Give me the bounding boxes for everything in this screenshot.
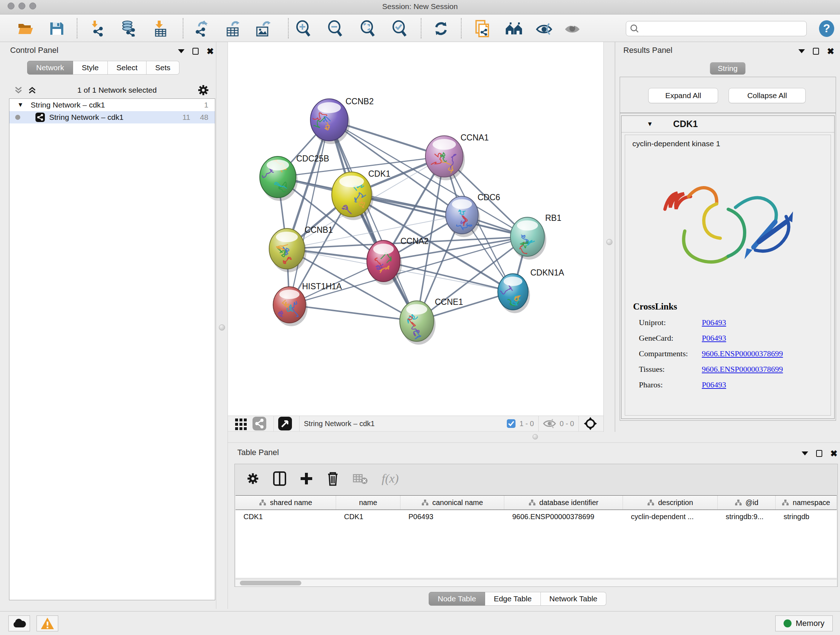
save-session-button[interactable] [47,19,66,38]
scrollbar-thumb[interactable] [240,581,302,585]
tab-select[interactable]: Select [108,61,147,74]
export-network-button[interactable] [191,19,210,38]
table-settings-gear-icon[interactable] [246,472,259,485]
splitter-handle[interactable] [606,239,613,245]
fit-content-crosshair-icon[interactable] [583,416,598,431]
refresh-button[interactable] [431,19,451,38]
zoom-fit-button[interactable] [358,19,378,38]
collapse-triangle-icon[interactable]: ▼ [17,101,24,109]
tab-string[interactable]: String [710,62,745,74]
network-node-RB1[interactable]: RB1 [510,213,561,260]
network-edge[interactable] [289,305,417,321]
float-panel-icon[interactable] [802,451,808,455]
network-edge[interactable] [329,120,417,321]
network-collection-row[interactable]: ▼ String Network – cdk1 1 [9,99,215,111]
warnings-button[interactable] [36,616,58,631]
hide-selected-button[interactable] [535,19,554,38]
table-cell[interactable]: CDK1 [336,510,401,524]
close-panel-icon[interactable]: ✖ [827,48,834,55]
table-horizontal-scrollbar[interactable] [235,579,837,586]
horizontal-splitter[interactable] [228,432,840,442]
collapse-all-button[interactable]: Collapse All [729,88,806,103]
zoom-out-button[interactable] [325,19,345,38]
left-splitter[interactable] [216,42,228,609]
birds-eye-view-icon[interactable] [234,417,248,430]
show-all-button[interactable] [563,19,583,38]
network-node-HIST1H1A[interactable]: HIST1H1A [273,282,342,326]
float-panel-icon[interactable] [178,49,185,53]
zoom-in-button[interactable] [294,19,313,38]
maximize-panel-icon[interactable] [193,48,199,55]
table-cell[interactable]: P06493 [401,510,504,524]
network-node-CCNE1[interactable]: CCNE1 [400,297,463,345]
network-node-CCNB1[interactable]: CCNB1 [269,225,333,272]
column-header-canonical-name[interactable]: canonical name [401,496,504,509]
network-badge-icon[interactable] [253,417,266,431]
export-image-button[interactable] [253,19,273,38]
network-edge[interactable] [384,261,513,292]
import-network-button[interactable] [88,19,107,38]
open-in-window-icon[interactable] [278,417,292,431]
column-header-name[interactable]: name [336,496,401,509]
show-columns-icon[interactable] [273,471,286,486]
zoom-selected-button[interactable] [390,19,409,38]
add-column-icon[interactable] [300,471,313,486]
export-table-button[interactable] [223,19,242,38]
help-button[interactable]: ? [817,19,836,38]
column-header-shared-name[interactable]: shared name [235,496,336,509]
table-row[interactable]: CDK1CDK1P064939606.ENSP00000378699cyclin… [235,510,837,524]
memory-button[interactable]: Memory [775,616,833,631]
open-session-button[interactable] [16,19,35,38]
import-network-from-database-button[interactable] [118,19,138,38]
network-node-CDC6[interactable]: CDC6 [446,193,500,237]
splitter-handle[interactable] [532,434,538,440]
splitter-handle[interactable] [219,325,225,331]
import-table-button[interactable] [150,19,170,38]
tab-network[interactable]: Network [27,61,73,74]
column-header-description[interactable]: description [623,496,718,509]
network-row[interactable]: String Network – cdk1 11 48 [9,111,215,124]
tab-style[interactable]: Style [73,61,108,74]
network-node-CDC25B[interactable]: CDC25B [260,154,329,201]
gear-icon[interactable] [197,84,210,96]
table-cell[interactable]: stringdb [775,510,837,524]
entry-header[interactable]: ▼ CDK1 [622,116,834,133]
network-node-CDKN1A[interactable]: CDKN1A [498,268,564,313]
column-header--id[interactable]: @id [718,496,775,509]
crosslink-link[interactable]: P06493 [702,380,726,390]
first-neighbors-button[interactable] [504,19,524,38]
table-cell[interactable]: cyclin-dependent ... [623,510,718,524]
maximize-panel-icon[interactable] [813,48,819,55]
tab-edge-table[interactable]: Edge Table [485,592,541,606]
network-edge[interactable] [352,195,527,237]
column-header-namespace[interactable]: namespace [775,496,837,509]
network-node-CCNB2[interactable]: CCNB2 [309,97,374,144]
selected-checkbox-icon[interactable] [507,419,516,428]
crosslink-link[interactable]: P06493 [702,318,726,327]
tab-network-table[interactable]: Network Table [541,592,607,606]
tab-node-table[interactable]: Node Table [429,592,485,606]
close-panel-icon[interactable]: ✖ [207,48,214,55]
expand-all-button[interactable]: Expand All [648,88,718,103]
network-node-CCNA1[interactable]: CCNA1 [425,133,489,180]
network-graph[interactable]: CCNB2CCNA1CDC25BCDK1CDC6RB1CCNB1CCNA2CDK… [228,42,603,416]
search-input[interactable] [639,25,798,33]
hidden-eye-icon[interactable] [543,418,556,429]
crosslink-link[interactable]: P06493 [702,333,726,343]
table-cell[interactable]: stringdb:9... [718,510,775,524]
float-panel-icon[interactable] [798,49,805,53]
table-cell[interactable]: 9606.ENSP00000378699 [504,510,623,524]
collapse-all-icon[interactable] [14,86,23,95]
tab-sets[interactable]: Sets [147,61,180,74]
collapse-triangle-icon[interactable]: ▼ [647,120,653,128]
table-cell[interactable]: CDK1 [235,510,336,524]
column-header-database-identifier[interactable]: database identifier [504,496,623,509]
node-table[interactable]: shared namenamecanonical namedatabase id… [235,495,837,578]
right-splitter[interactable] [603,42,615,432]
clone-network-button[interactable] [472,19,492,38]
crosslink-link[interactable]: 9606.ENSP00000378699 [702,364,783,374]
crosslink-link[interactable]: 9606.ENSP00000378699 [702,349,783,358]
cloud-button[interactable] [8,616,30,631]
delete-column-icon[interactable] [327,471,339,486]
close-panel-icon[interactable]: ✖ [830,450,837,457]
